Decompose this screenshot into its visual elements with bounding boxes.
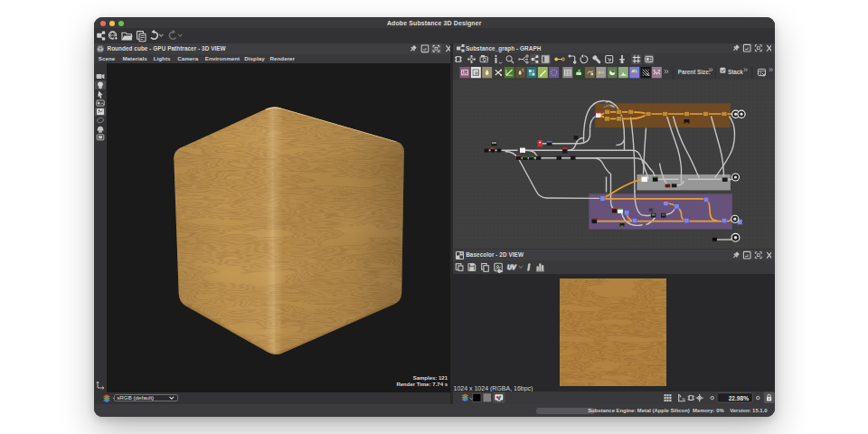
- svg-text:91: 91: [646, 73, 649, 77]
- svg-text:22.98%: 22.98%: [728, 395, 749, 401]
- svg-text:Parent Size:: Parent Size:: [677, 69, 710, 75]
- svg-text:Stack: Stack: [728, 69, 743, 75]
- svg-text:UV: UV: [507, 264, 517, 270]
- svg-text:i: i: [527, 263, 530, 272]
- svg-text:N: N: [682, 397, 684, 401]
